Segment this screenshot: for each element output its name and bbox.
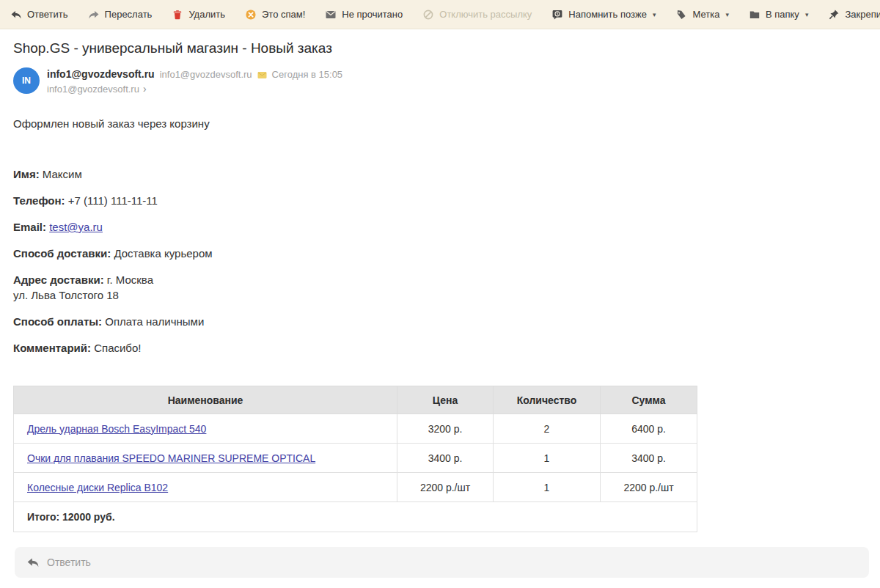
sender-name[interactable]: info1@gvozdevsoft.ru [47, 68, 155, 80]
tag-icon [675, 9, 687, 21]
forward-button[interactable]: Переслать [88, 9, 153, 21]
envelope-icon [325, 9, 337, 21]
header-quantity: Количество [494, 386, 601, 414]
table-total-row: Итого: 12000 руб. [14, 502, 697, 532]
unsubscribe-icon [422, 9, 434, 21]
forward-label: Переслать [105, 9, 153, 20]
header-price: Цена [397, 386, 494, 414]
reply-button[interactable]: Ответить [10, 9, 68, 21]
address-line2: ул. Льва Толстого 18 [13, 289, 119, 301]
field-phone: Телефон: +7 (111) 111-11-11 [13, 193, 867, 208]
expand-details-chevron[interactable]: › [143, 83, 147, 95]
email-link[interactable]: test@ya.ru [49, 221, 103, 233]
order-fields: Имя: Максим Телефон: +7 (111) 111-11-11 … [13, 166, 867, 356]
forward-arrow-icon [88, 9, 100, 21]
field-payment-method: Способ оплаты: Оплата наличными [13, 314, 867, 329]
quick-reply-input[interactable]: Ответить [15, 547, 869, 578]
remind-clock-icon [551, 9, 563, 21]
qty-cell: 1 [494, 473, 601, 502]
message-intro: Оформлен новый заказ через корзину [13, 117, 867, 130]
sum-cell: 6400 р. [601, 414, 697, 444]
table-row: Колесные диски Replica B102 2200 р./шт 1… [14, 473, 697, 502]
verified-stamp-icon [257, 70, 267, 79]
message-view: Shop.GS - универсальный магазин - Новый … [0, 40, 880, 532]
delete-button[interactable]: Удалить [172, 9, 225, 21]
pin-icon [828, 9, 840, 21]
chevron-down-icon: ▾ [725, 11, 729, 18]
delete-label: Удалить [188, 9, 225, 20]
move-to-folder-label: В папку [766, 9, 799, 20]
spam-label: Это спам! [262, 9, 305, 20]
label-button[interactable]: Метка ▾ [675, 9, 728, 21]
price-cell: 2200 р./шт [397, 473, 494, 502]
reply-arrow-icon [10, 9, 22, 21]
move-to-folder-button[interactable]: В папку ▾ [749, 9, 808, 21]
product-link[interactable]: Очки для плавания SPEEDO MARINER SUPREME… [27, 452, 315, 464]
reply-arrow-icon [26, 556, 40, 569]
reply-label: Ответить [27, 9, 68, 20]
product-link[interactable]: Дрель ударная Bosch EasyImpact 540 [27, 423, 206, 435]
price-cell: 3400 р. [397, 444, 494, 473]
mail-toolbar: Ответить Переслать Удалить Это спам! Не … [0, 0, 880, 29]
folder-icon [749, 9, 760, 21]
remind-later-button[interactable]: Напомнить позже ▾ [551, 9, 656, 21]
unread-label: Не прочитано [342, 9, 403, 20]
chevron-down-icon: ▾ [805, 11, 809, 18]
field-comment: Комментарий: Спасибо! [13, 340, 867, 356]
unsubscribe-button: Отключить рассылку [422, 9, 532, 21]
sender-address: info1@gvozdevsoft.ru [160, 69, 252, 80]
product-link[interactable]: Колесные диски Replica B102 [27, 482, 168, 493]
pin-label: Закрепить [845, 9, 880, 20]
price-cell: 3200 р. [397, 414, 494, 444]
spam-icon [245, 9, 257, 21]
sender-block: IN info1@gvozdevsoft.ru info1@gvozdevsof… [13, 67, 867, 95]
header-product: Наименование [14, 386, 397, 414]
qty-cell: 2 [494, 414, 601, 444]
chevron-down-icon: ▾ [653, 11, 656, 18]
message-date: Сегодня в 15:05 [272, 69, 342, 80]
message-subject: Shop.GS - универсальный магазин - Новый … [13, 40, 867, 56]
pin-button[interactable]: Закрепить [828, 9, 880, 21]
field-name: Имя: Максим [13, 166, 867, 182]
unread-button[interactable]: Не прочитано [325, 9, 403, 21]
sum-cell: 2200 р./шт [601, 473, 697, 502]
reply-to-address: info1@gvozdevsoft.ru [47, 84, 139, 95]
avatar[interactable]: IN [13, 67, 40, 94]
order-total: Итого: 12000 руб. [14, 502, 697, 532]
field-delivery-method: Способ доставки: Доставка курьером [13, 246, 867, 261]
table-header-row: Наименование Цена Количество Сумма [14, 386, 697, 414]
sum-cell: 3400 р. [601, 444, 697, 473]
label-label: Метка [692, 9, 719, 20]
qty-cell: 1 [494, 444, 601, 473]
table-row: Дрель ударная Bosch EasyImpact 540 3200 … [14, 414, 697, 444]
field-delivery-address: Адрес доставки: г. Москваул. Льва Толсто… [13, 272, 867, 303]
header-sum: Сумма [601, 386, 697, 414]
table-row: Очки для плавания SPEEDO MARINER SUPREME… [14, 444, 697, 473]
trash-icon [172, 9, 183, 21]
unsubscribe-label: Отключить рассылку [439, 9, 532, 20]
remind-later-label: Напомнить позже [568, 9, 647, 20]
order-table: Наименование Цена Количество Сумма Дрель… [13, 386, 697, 532]
reply-placeholder: Ответить [47, 556, 91, 568]
spam-button[interactable]: Это спам! [245, 9, 305, 21]
field-email: Email: test@ya.ru [13, 219, 867, 235]
